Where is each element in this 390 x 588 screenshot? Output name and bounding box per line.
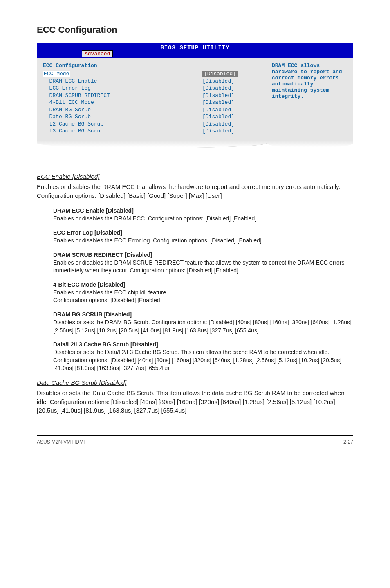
- subsection-heading: DRAM ECC Enable [Disabled]: [53, 207, 353, 214]
- bios-section-title: ECC Configuration: [43, 63, 262, 69]
- subsection-body: Disables or sets the Data/L2/L3 Cache BG…: [53, 348, 353, 373]
- page-footer: ASUS M2N-VM HDMI 2-27: [37, 435, 353, 445]
- subsection-body: Enables or disables the DRAM SCRUB REDIR…: [53, 259, 353, 275]
- subsection-block: DRAM SCRUB REDIRECT [Disabled]Enables or…: [53, 251, 353, 275]
- subsection-heading: DRAM SCRUB REDIRECT [Disabled]: [53, 251, 353, 258]
- subsection-block: DRAM ECC Enable [Disabled]Enables or dis…: [53, 207, 353, 223]
- footer-page-number: 2-27: [343, 439, 353, 445]
- bios-setting-label: ECC Mode: [43, 70, 202, 78]
- subsection-block: Data/L2/L3 Cache BG Scrub [Disabled]Disa…: [53, 341, 353, 373]
- subsection-heading: Data/L2/L3 Cache BG Scrub [Disabled]: [53, 341, 353, 348]
- bios-setup-panel: BIOS SETUP UTILITY Advanced ECC Configur…: [37, 43, 353, 148]
- bios-setting-row[interactable]: DRAM SCRUB REDIRECT[Disabled]: [43, 92, 262, 99]
- bios-setting-value[interactable]: [Disabled]: [202, 85, 262, 92]
- subsection-heading: ECC Error Log [Disabled]: [53, 229, 353, 236]
- bios-setting-label: DRAM BG Scrub: [43, 106, 202, 114]
- bios-setting-row[interactable]: Date BG Scrub[Disabled]: [43, 113, 262, 121]
- data-cache-heading: Data Cache BG Scrub [Disabled]: [37, 379, 353, 386]
- bios-setting-label: ECC Error Log: [43, 85, 202, 92]
- bios-setting-row[interactable]: ECC Mode[Disabled]: [43, 70, 262, 78]
- bios-header-bar: BIOS SETUP UTILITY Advanced: [37, 43, 353, 58]
- bios-setting-value[interactable]: [Disabled]: [202, 113, 262, 121]
- bios-setting-row[interactable]: ECC Error Log[Disabled]: [43, 85, 262, 92]
- subsection-block: DRAM BG SCRUB [Disabled]Disables or sets…: [53, 311, 353, 334]
- bios-setting-value[interactable]: [Disabled]: [202, 121, 262, 128]
- bios-setting-label: DRAM ECC Enable: [43, 78, 202, 85]
- bios-setting-row[interactable]: 4-Bit ECC Mode[Disabled]: [43, 99, 262, 106]
- ecc-enable-heading: ECC Enable [Disabled]: [37, 173, 353, 180]
- bios-setting-value[interactable]: [Disabled]: [202, 92, 262, 99]
- bios-settings-pane: ECC Configuration ECC Mode[Disabled] DRA…: [37, 58, 267, 141]
- bios-setting-value[interactable]: [Disabled]: [202, 106, 262, 114]
- bios-setting-row[interactable]: L3 Cache BG Scrub[Disabled]: [43, 128, 262, 135]
- data-cache-body: Disables or sets the Data Cache BG Scrub…: [37, 388, 353, 415]
- bios-setting-label: L3 Cache BG Scrub: [43, 128, 202, 135]
- bios-active-tab[interactable]: Advanced: [82, 50, 113, 57]
- bios-panel-fade: [37, 141, 353, 148]
- bios-setting-value[interactable]: [Disabled]: [202, 128, 262, 135]
- bios-setting-label: DRAM SCRUB REDIRECT: [43, 92, 202, 99]
- bios-setting-label: Date BG Scrub: [43, 113, 202, 121]
- bios-setting-value[interactable]: [Disabled]: [202, 78, 262, 85]
- bios-setting-row[interactable]: DRAM BG Scrub[Disabled]: [43, 106, 262, 114]
- subsection-block: 4-Bit ECC Mode [Disabled]Enables or disa…: [53, 281, 353, 305]
- bios-setting-label: 4-Bit ECC Mode: [43, 99, 202, 106]
- ecc-enable-body: Enables or disables the DRAM ECC that al…: [37, 182, 353, 200]
- bios-help-pane: DRAM ECC allows hardware to report and c…: [267, 58, 353, 141]
- bios-setting-value[interactable]: [Disabled]: [202, 70, 262, 78]
- bios-setting-label: L2 Cache BG Scrub: [43, 121, 202, 128]
- bios-setting-value[interactable]: [Disabled]: [202, 99, 262, 106]
- subsection-body: Enables or disables the ECC chip kill fe…: [53, 289, 353, 305]
- bios-setting-row[interactable]: DRAM ECC Enable[Disabled]: [43, 78, 262, 85]
- bios-setting-row[interactable]: L2 Cache BG Scrub[Disabled]: [43, 121, 262, 128]
- subsection-heading: 4-Bit ECC Mode [Disabled]: [53, 281, 353, 288]
- footer-product: ASUS M2N-VM HDMI: [37, 439, 85, 445]
- subsection-heading: DRAM BG SCRUB [Disabled]: [53, 311, 353, 318]
- page-section-title: ECC Configuration: [37, 25, 353, 35]
- subsection-body: Enables or disables the ECC Error log. C…: [53, 237, 353, 245]
- subsection-body: Disables or sets the DRAM BG Scrub. Conf…: [53, 319, 353, 334]
- subsection-block: ECC Error Log [Disabled]Enables or disab…: [53, 229, 353, 245]
- subsection-body: Enables or disables the DRAM ECC. Config…: [53, 215, 353, 223]
